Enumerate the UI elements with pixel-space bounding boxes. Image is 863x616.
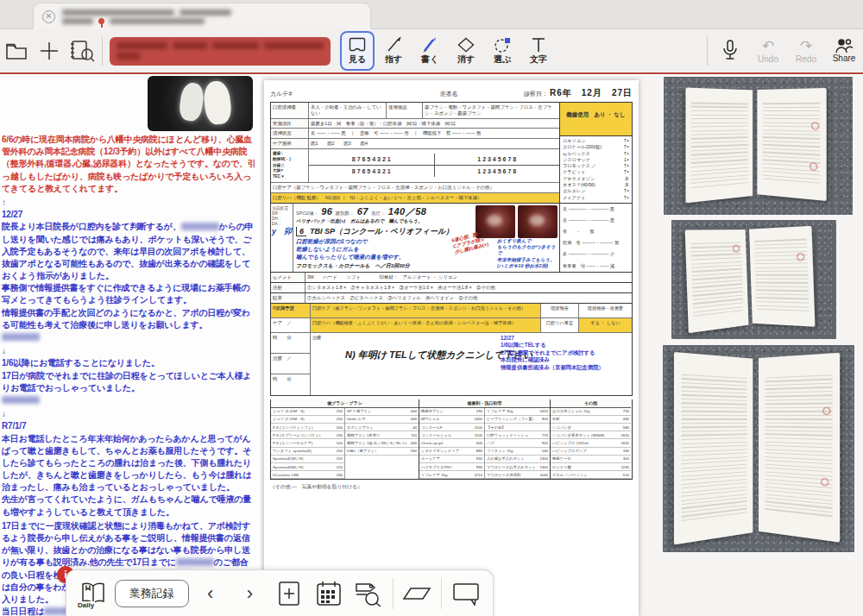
toolbar-divider bbox=[102, 36, 103, 66]
share-button[interactable]: Share bbox=[825, 31, 863, 71]
treatment-block: 当日処置DR：DH：DA： y 卯 SPO2値：96 脈拍数：67 血圧：140… bbox=[270, 204, 560, 273]
oral-reha-row: 口腔リハ（機能 観察） N1項目（ N)・ぶくぶく・あいうべ・舌と頬・シルベスタ… bbox=[271, 193, 559, 203]
tool-write-button[interactable]: 書く bbox=[413, 31, 447, 71]
main-content: 6/6の時に現在岡本病院から八幡中央病院にほとんど移り、心臓血管外科のみ岡本記念… bbox=[0, 76, 863, 616]
tool-select-label: 選ぶ bbox=[494, 53, 511, 66]
scale-row: 乾燥 有 ———・——— 無 bbox=[563, 240, 629, 246]
dental-xray-image[interactable] bbox=[148, 76, 253, 131]
notebook-search-button[interactable] bbox=[66, 32, 98, 70]
daily-book-button[interactable]: Daily bbox=[75, 575, 111, 613]
scale-row: 食事量 増 ——・—— 減 bbox=[563, 263, 629, 269]
product-row: Systema42(M／H)220 bbox=[271, 456, 344, 463]
product-row: ルートケア930 bbox=[419, 456, 484, 463]
medication-item: デキサメタゾン本 bbox=[563, 176, 629, 182]
redo-button[interactable]: ↷ Redo bbox=[787, 31, 825, 71]
pulse-value: 67 bbox=[357, 206, 369, 217]
medicine-notebook-photo-3[interactable] bbox=[663, 345, 854, 552]
work-record-button[interactable]: 業務記録 bbox=[115, 580, 189, 607]
handwriting-blue-2: おくすり飲んでもらうのもクセがつきそうで年末年始様子みてもらう。(ハミガキ10 … bbox=[497, 238, 559, 270]
tool-text-button[interactable]: 文字 bbox=[521, 31, 556, 71]
pin-icon bbox=[98, 18, 104, 24]
intraoral-photo-2[interactable] bbox=[518, 205, 557, 238]
product-row: DCastome 14M260 bbox=[271, 471, 344, 479]
tag-search-button[interactable] bbox=[350, 575, 387, 613]
tool-erase-button[interactable]: 消す bbox=[449, 31, 483, 71]
scale-row: 多 ————・———— 少 bbox=[563, 251, 629, 257]
product-row: ペコパンダ580 bbox=[551, 424, 631, 431]
shape-tool-button[interactable] bbox=[400, 575, 436, 613]
undo-button[interactable]: ↶ Undo bbox=[749, 31, 787, 71]
patient-name-label: 患者名 bbox=[374, 90, 524, 98]
medication-item: メイアクトT× bbox=[563, 195, 629, 201]
handover-notes: 6/6の時に現在岡本病院から八幡中央病院にほとんど移り、心臓血管外科のみ岡本記念… bbox=[2, 134, 256, 616]
product-row: コンクールジェル1100 bbox=[419, 431, 484, 439]
tool-point-label: 指す bbox=[385, 53, 402, 66]
product-row: Check-up gel600 bbox=[419, 439, 484, 447]
medication-item: セルベックスT× bbox=[563, 151, 629, 157]
product-row: リフレケア 90g2420 bbox=[485, 408, 550, 416]
form-number-label: カルテ# bbox=[270, 90, 374, 98]
medication-list: ロキソニンT×カロナール(200/錠)T×セルベックスT×ジスロマック1×フロモ… bbox=[560, 136, 633, 204]
product-row: スポンジブラシ40 bbox=[345, 424, 419, 431]
redo-icon: ↷ bbox=[800, 39, 812, 54]
note-paragraph: ↓1/6以降にお電話することになりました。17日が病院でそれまでに往診の日程をと… bbox=[2, 345, 256, 406]
document-canvas[interactable]: カルテ# 患者名 診察日： R6年 12月 27日 口腔清掃者 本人・介助者・主… bbox=[261, 76, 643, 616]
handwriting-initials: y 卯 bbox=[272, 226, 292, 237]
next-page-button[interactable]: › bbox=[232, 575, 268, 613]
product-row: ペコパンダ基本セット (SNSM)1650 bbox=[551, 431, 631, 439]
product-row: システマセンシティブ880 bbox=[419, 448, 484, 456]
bp-value: 140／58 bbox=[388, 205, 427, 218]
medicine-notebook-photo-1[interactable] bbox=[664, 77, 853, 215]
product-row: 歯間ブラシ 1本売り110 bbox=[345, 431, 419, 439]
microphone-button[interactable] bbox=[711, 31, 749, 71]
tool-view-label: 見る bbox=[349, 53, 366, 66]
scale-row: 有 ・ 無 bbox=[563, 229, 629, 235]
medication-item: ボルタレンT× bbox=[563, 188, 629, 194]
add-page-button[interactable] bbox=[271, 575, 307, 613]
medication-item: クラビットT× bbox=[563, 169, 629, 175]
care-record-page[interactable]: カルテ# 患者名 診察日： R6年 12月 27日 口腔清掃者 本人・介助者・主… bbox=[264, 80, 639, 616]
tab-close-icon[interactable]: ✕ bbox=[42, 10, 55, 23]
medication-item: カロナール(200/錠)T× bbox=[563, 144, 629, 150]
folder-button[interactable] bbox=[0, 32, 33, 70]
product-row: ジェリ (7-20M・S)200 bbox=[271, 416, 344, 424]
add-button[interactable] bbox=[33, 32, 66, 70]
note-paragraph: ↑12/27院長より本日院長が口腔内を診て判断するが、からの申し送りを聞いた感じ… bbox=[2, 197, 256, 343]
product-row: リフレケア 30g1210 bbox=[419, 471, 484, 479]
tool-view-button[interactable]: 見る bbox=[340, 31, 375, 71]
document-tab[interactable]: ✕ bbox=[33, 3, 371, 29]
product-row: Systema44(M／H)220 bbox=[271, 463, 344, 471]
oral-care-row: 口腔ケア（歯ブラシ・ワンタフト・歯間ブラシ・フロス・舌清掃・スポンジ・お口洗うジ… bbox=[271, 183, 559, 192]
product-row: 義歯用ブラシ290 bbox=[419, 408, 484, 416]
medicine-notebook-photo-2[interactable] bbox=[671, 220, 836, 339]
prev-page-button[interactable]: ‹ bbox=[192, 575, 229, 613]
product-row: ジェリ (3-20M・S)200 bbox=[271, 408, 344, 416]
product-row: ワンタフト systema(S)200 bbox=[271, 448, 344, 456]
product-row: 【その他】 bbox=[485, 424, 550, 431]
dental-care-form: カルテ# 患者名 診察日： R6年 12月 27日 口腔清掃者 本人・介助者・主… bbox=[270, 87, 633, 491]
product-row: P-K (ユニバーサルケア)500 bbox=[271, 439, 344, 447]
product-row: 歯間ブラシ 1箱 4L／SS／S／M／LL440 bbox=[345, 439, 419, 447]
blue-typed-annotation: 12/271/6以降にTELする17日は病院でそれまでにアポ検討する本日院長に確… bbox=[501, 335, 630, 372]
bottom-toolbar: Daily 業務記録 ‹ › bbox=[66, 569, 494, 616]
product-row: ハグキプラスPRO990 bbox=[419, 463, 484, 471]
tool-select-button[interactable]: 選ぶ bbox=[485, 31, 520, 71]
medication-item: ネオステ(40/56)本 bbox=[563, 182, 629, 188]
product-row: 入れ歯お手入れセット1300 bbox=[485, 456, 550, 463]
app-window: ✕ 見る 指す bbox=[0, 0, 863, 616]
scale-row: 良 ————・———— 悪 bbox=[563, 206, 629, 212]
calendar-button[interactable] bbox=[311, 575, 347, 613]
product-row: マウスピース洗浄剤1040 bbox=[485, 471, 550, 479]
patient-info-banner-redacted bbox=[110, 37, 331, 66]
notes-panel[interactable]: 6/6の時に現在岡本病院から八幡中央病院にほとんど移り、心臓血管外科のみ岡本記念… bbox=[0, 76, 261, 616]
next-treatment-area: 治療 N) 年明け TELして状態カクニンして下さい 12/271/6以降にTE… bbox=[311, 333, 632, 395]
product-row: 義歯ケース300 bbox=[551, 456, 631, 463]
product-price-table: 歯ブラシ・ブラシ ジェリ (3-20M・S)200ジェリ (7-20M・S)20… bbox=[270, 399, 633, 481]
tool-point-button[interactable]: 指す bbox=[376, 31, 411, 71]
main-toolbar: 見る 指す 書く 消す 選ぶ 文字 ↶ U bbox=[0, 29, 863, 74]
attached-photos-panel bbox=[643, 76, 863, 616]
comment-tool-button[interactable] bbox=[448, 575, 484, 613]
assessment-scales: 良 ————・———— 悪良 ————・———— 悪有 ・ 無乾燥 有 ———・… bbox=[560, 204, 633, 273]
product-row: コンクールF1100 bbox=[419, 424, 484, 431]
product-row: DIAC（歯ブラシ）260 bbox=[345, 448, 419, 456]
